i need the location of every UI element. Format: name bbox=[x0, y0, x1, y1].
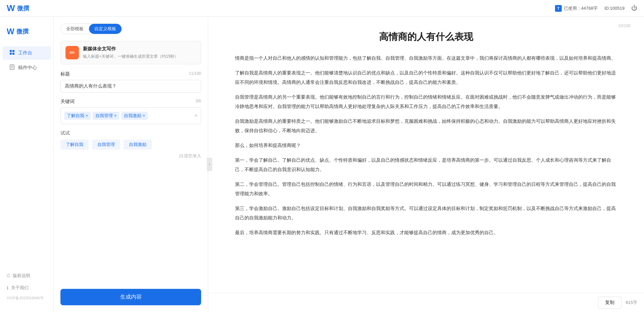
topbar-right: T 已使用：44768字 ID:100519 ⏻ bbox=[555, 5, 637, 12]
article-body: 情商是指一个人对自己和他人的感情的认知和管理能力，包括了解自我、自我管理、自我激… bbox=[235, 53, 617, 237]
article-paragraph: 最后，培养高情商需要长期的努力和实践。只有通过不断地学习、反思和实践，才能够提高… bbox=[235, 228, 617, 237]
topbar-left: W 微撰 bbox=[7, 3, 29, 13]
card-desc: 输入标题+关键词，一键准确生成所需文章（约15秒） bbox=[83, 53, 196, 59]
copyright-icon: © bbox=[7, 273, 10, 278]
logo: W 微撰 bbox=[7, 3, 29, 13]
copyright-label: 版权说明 bbox=[13, 273, 30, 279]
sidebar-bottom: © 版权说明 ℹ 关于我们 ©ICP备2022016946号 bbox=[0, 270, 53, 305]
card-title: 新媒体全文写作 bbox=[83, 46, 196, 52]
topbar-usage: T 已使用：44768字 bbox=[555, 5, 598, 12]
svg-rect-2 bbox=[10, 53, 12, 55]
try-buttons: 了解自我 自我管理 自我激励 bbox=[60, 140, 201, 150]
sidebar-label-workbench: 工作台 bbox=[18, 50, 32, 56]
sidebar-item-copyright[interactable]: © 版权说明 bbox=[3, 270, 51, 281]
keywords-area[interactable]: 了解自我 × 自我管理 × 自我激励 × × bbox=[60, 107, 201, 124]
svg-rect-3 bbox=[12, 53, 14, 55]
try-btn-2[interactable]: 自我管理 bbox=[92, 140, 120, 150]
article-paragraph: 自我管理是高情商人的另一个重要表现。他们能够有效地控制自己的言行和行为，控制自己… bbox=[235, 92, 617, 111]
try-btn-3[interactable]: 自我激励 bbox=[124, 140, 152, 150]
topbar-id: ID:100519 bbox=[604, 6, 625, 11]
sidebar-logo-w: W bbox=[7, 27, 14, 36]
article-paragraph: 第三，学会激励自己。激励自己包括设定目标和计划、自我激励和自我奖励等方式。可以通… bbox=[235, 204, 617, 222]
card-icon: ✏ bbox=[70, 49, 75, 57]
article-paragraph: 第一，学会了解自己。了解自己的优点、缺点、个性特质和偏好，以及自己的情感状态和情… bbox=[235, 155, 617, 174]
power-icon[interactable]: ⏻ bbox=[631, 5, 637, 12]
article-title: 高情商的人有什么表现 bbox=[235, 30, 617, 43]
tab-all[interactable]: 全部模板 bbox=[61, 24, 89, 34]
svg-rect-0 bbox=[10, 50, 12, 52]
keyword-text-1: 了解自我 bbox=[67, 113, 84, 119]
usage-icon: T bbox=[555, 5, 562, 12]
keyword-remove-1[interactable]: × bbox=[86, 113, 88, 118]
workbench-icon bbox=[9, 50, 15, 56]
template-card: ✏ 新媒体全文写作 输入标题+关键词，一键准确生成所需文章（约15秒） bbox=[60, 41, 201, 64]
template-tabs: 全部模板 自定义模板 bbox=[60, 23, 122, 34]
card-info: 新媒体全文写作 输入标题+关键词，一键准确生成所需文章（约15秒） bbox=[83, 46, 196, 59]
article-area: 10/100 高情商的人有什么表现 情商是指一个人对自己和他人的感情的认知和管理… bbox=[208, 17, 644, 293]
article-paragraph: 了解自我是高情商人的重要表现之一。他们能够清楚地认识自己的优点和缺点，以及自己的… bbox=[235, 68, 617, 87]
tab-custom[interactable]: 自定义模板 bbox=[89, 24, 122, 34]
article-paragraph: 第二，学会管理自己。管理自己包括控制自己的情绪、行为和言语，以及管理自己的时间和… bbox=[235, 179, 617, 198]
keyword-tag-3[interactable]: 自我激励 × bbox=[121, 112, 148, 120]
usage-text: 已使用：44768字 bbox=[564, 5, 598, 11]
collapse-arrow[interactable]: ‹ bbox=[207, 158, 212, 171]
title-label-text: 标题 bbox=[60, 71, 70, 77]
about-icon: ℹ bbox=[7, 285, 8, 291]
sidebar-nav: 工作台 稿件中心 bbox=[0, 46, 53, 74]
logo-w: W bbox=[7, 3, 15, 13]
clear-link[interactable]: 白清空录入 bbox=[60, 153, 201, 159]
left-panel: 全部模板 自定义模板 ✏ 新媒体全文写作 输入标题+关键词，一键准确生成所需文章… bbox=[54, 17, 208, 312]
keyword-remove-2[interactable]: × bbox=[114, 113, 117, 118]
word-count-badge: 815字 bbox=[626, 300, 637, 306]
drafts-icon bbox=[9, 64, 15, 71]
sidebar-item-about[interactable]: ℹ 关于我们 bbox=[3, 282, 51, 294]
keyword-tag-1[interactable]: 了解自我 × bbox=[64, 112, 91, 120]
keyword-remove-3[interactable]: × bbox=[143, 113, 145, 118]
sidebar-item-workbench[interactable]: 工作台 bbox=[3, 46, 51, 60]
copy-button[interactable]: 复制 bbox=[598, 297, 622, 309]
keywords-clear-icon[interactable]: × bbox=[194, 113, 197, 119]
svg-rect-1 bbox=[12, 50, 14, 52]
keywords-label-text: 关键词 bbox=[60, 99, 75, 105]
topbar: W 微撰 T 已使用：44768字 ID:100519 ⏻ bbox=[0, 0, 644, 17]
content-area: 全部模板 自定义模板 ✏ 新媒体全文写作 输入标题+关键词，一键准确生成所需文章… bbox=[54, 17, 644, 312]
keywords-count: 3/6 bbox=[195, 99, 201, 105]
sidebar-label-drafts: 稿件中心 bbox=[18, 65, 37, 71]
article-paragraph: 自我激励是高情商人的重要特质之一。他们能够激励自己不断地追求目标和梦想，克服困难… bbox=[235, 116, 617, 135]
sidebar-item-drafts[interactable]: 稿件中心 bbox=[3, 61, 51, 74]
try-btn-1[interactable]: 了解自我 bbox=[60, 140, 89, 150]
logo-name: 微撰 bbox=[17, 4, 29, 12]
keyword-text-2: 自我管理 bbox=[95, 113, 113, 119]
try-label: 试试 bbox=[60, 130, 201, 136]
right-panel: 10/100 高情商的人有什么表现 情商是指一个人对自己和他人的感情的认知和管理… bbox=[208, 17, 644, 312]
sidebar-logo: W 微撰 bbox=[7, 27, 47, 36]
about-label: 关于我们 bbox=[11, 285, 29, 291]
keyword-text-3: 自我激励 bbox=[124, 113, 141, 119]
sidebar-logo-text: 微撰 bbox=[16, 28, 29, 36]
sidebar-logo-area: W 微撰 bbox=[0, 23, 53, 46]
main-layout: W 微撰 工作台 bbox=[0, 17, 644, 312]
article-paragraph: 情商是指一个人对自己和他人的感情的认知和管理能力，包括了解自我、自我管理、自我激… bbox=[235, 53, 617, 63]
keyword-tag-2[interactable]: 自我管理 × bbox=[93, 112, 119, 120]
article-page-count: 10/100 bbox=[618, 23, 631, 28]
icp-text: ©ICP备2022016946号 bbox=[3, 294, 51, 302]
generate-button[interactable]: 生成内容 bbox=[60, 289, 201, 305]
right-bottom: 复制 815字 bbox=[208, 293, 644, 312]
title-input[interactable] bbox=[60, 80, 201, 93]
keywords-field-label: 关键词 3/6 bbox=[60, 99, 201, 105]
sidebar: W 微撰 工作台 bbox=[0, 17, 54, 312]
title-field-label: 标题 11/100 bbox=[60, 71, 201, 77]
article-paragraph: 那么，如何培养和提高情商呢？ bbox=[235, 141, 617, 150]
card-icon-box: ✏ bbox=[65, 46, 79, 59]
title-count: 11/100 bbox=[189, 71, 201, 77]
